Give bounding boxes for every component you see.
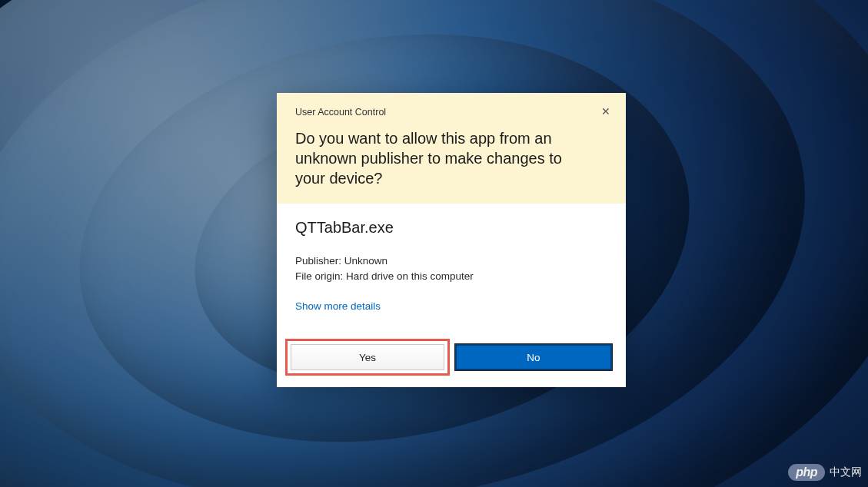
dialog-title: User Account Control [295, 107, 607, 118]
watermark: php 中文网 [788, 464, 862, 481]
watermark-text: 中文网 [830, 465, 862, 479]
dialog-question: Do you want to allow this app from an un… [295, 128, 607, 188]
dialog-body: QTTabBar.exe Publisher: Unknown File ori… [277, 204, 626, 333]
file-origin-line: File origin: Hard drive on this computer [295, 269, 607, 284]
close-button[interactable]: ✕ [597, 102, 615, 121]
watermark-pill: php [788, 464, 825, 481]
close-icon: ✕ [601, 105, 610, 118]
app-name: QTTabBar.exe [295, 219, 607, 237]
publisher-line: Publisher: Unknown [295, 253, 607, 269]
yes-button[interactable]: Yes [291, 344, 444, 370]
show-more-details-link[interactable]: Show more details [295, 300, 381, 312]
no-button[interactable]: No [455, 344, 612, 370]
uac-dialog: ✕ User Account Control Do you want to al… [277, 93, 626, 387]
dialog-header: ✕ User Account Control Do you want to al… [277, 93, 626, 204]
dialog-footer: Yes No [277, 333, 626, 387]
yes-button-highlight: Yes [285, 339, 450, 376]
